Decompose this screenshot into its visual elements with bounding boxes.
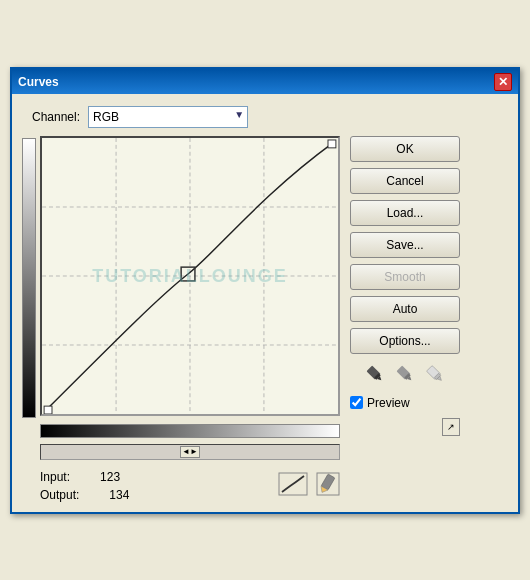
curve-section: TUTORIALLOUNGE — [22, 136, 340, 418]
curves-dialog: Curves ✕ Channel: RGB Red Green Blue — [10, 67, 520, 514]
input-gradient-bar — [40, 424, 340, 438]
load-button[interactable]: Load... — [350, 200, 460, 226]
preview-row: Preview — [350, 396, 460, 410]
channel-row: Channel: RGB Red Green Blue — [32, 106, 508, 128]
expand-icon-area: ↗ — [350, 418, 460, 436]
smooth-button: Smooth — [350, 264, 460, 290]
scroll-bar[interactable]: ◄► — [40, 444, 340, 460]
pencil-tool-icon[interactable] — [316, 472, 340, 496]
scroll-thumb[interactable]: ◄► — [180, 446, 200, 458]
preview-checkbox[interactable] — [350, 396, 363, 409]
gray-eyedropper-icon[interactable] — [393, 362, 417, 386]
input-label: Input: — [40, 470, 70, 484]
output-gradient-bar — [22, 138, 36, 418]
curve-container[interactable]: TUTORIALLOUNGE — [40, 136, 340, 416]
curve-tools — [278, 472, 340, 496]
left-panel: TUTORIALLOUNGE ◄► Input: 123 — [22, 136, 340, 502]
curve-line[interactable] — [42, 138, 338, 414]
black-eyedropper-icon[interactable] — [363, 362, 387, 386]
eyedropper-tools — [350, 362, 460, 386]
right-panel: OK Cancel Load... Save... Smooth Auto Op… — [350, 136, 460, 502]
auto-button[interactable]: Auto — [350, 296, 460, 322]
channel-select-wrapper[interactable]: RGB Red Green Blue — [88, 106, 248, 128]
title-bar: Curves ✕ — [12, 70, 518, 94]
preview-label[interactable]: Preview — [367, 396, 410, 410]
ok-button[interactable]: OK — [350, 136, 460, 162]
expand-icon[interactable]: ↗ — [442, 418, 460, 436]
io-values: Input: 123 Output: 134 — [40, 466, 129, 502]
output-label: Output: — [40, 488, 79, 502]
main-area: TUTORIALLOUNGE ◄► Input: 123 — [22, 136, 508, 502]
curve-tool-icon[interactable] — [278, 472, 308, 496]
close-button[interactable]: ✕ — [494, 73, 512, 91]
cancel-button[interactable]: Cancel — [350, 168, 460, 194]
output-value: 134 — [109, 488, 129, 502]
svg-rect-8 — [328, 139, 336, 147]
window-title: Curves — [18, 75, 59, 89]
svg-rect-7 — [44, 406, 52, 414]
channel-select[interactable]: RGB Red Green Blue — [88, 106, 248, 128]
input-value: 123 — [100, 470, 120, 484]
channel-label: Channel: — [32, 110, 80, 124]
white-eyedropper-icon[interactable] — [423, 362, 447, 386]
save-button[interactable]: Save... — [350, 232, 460, 258]
input-row: Input: 123 — [40, 470, 129, 484]
options-button[interactable]: Options... — [350, 328, 460, 354]
bottom-row: Input: 123 Output: 134 — [40, 466, 340, 502]
output-row: Output: 134 — [40, 488, 129, 502]
window-body: Channel: RGB Red Green Blue — [12, 94, 518, 512]
